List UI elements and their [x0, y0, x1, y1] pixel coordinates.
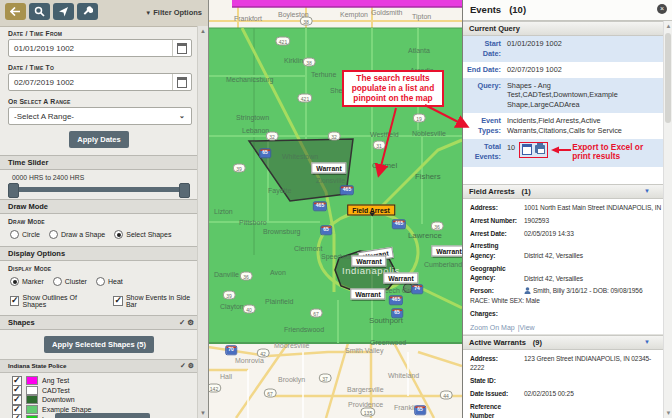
date-to-value: 02/07/2019 1002 [9, 78, 172, 87]
time-slider-header[interactable]: Time Slider [0, 155, 198, 170]
panel-scrollbar[interactable]: ▲ ▼ [663, 21, 672, 418]
radio-marker[interactable]: Marker [10, 277, 44, 286]
collapse-icon[interactable]: ▼ [644, 185, 650, 198]
checkbox-show-outlines-of-shapes[interactable]: Show Outlines Of Shapes [10, 294, 97, 308]
draw-mode-header[interactable]: Draw Mode [0, 199, 198, 214]
checkbox-label: Show Outlines Of Shapes [22, 294, 97, 308]
check-all-icon[interactable]: ✓ [179, 318, 185, 327]
sidebar-scrollbar[interactable]: ▲ ▼ [197, 26, 208, 418]
shape-color-swatch [26, 386, 38, 395]
route-shield: 36 [240, 272, 253, 281]
map-city-label: Clayton [220, 303, 244, 310]
scroll-down-icon[interactable]: ▼ [198, 410, 208, 416]
display-options-header[interactable]: Display Options [0, 246, 198, 261]
time-slider[interactable] [10, 187, 188, 192]
record-link[interactable]: Zoom On Map [470, 324, 515, 331]
scroll-down-icon[interactable]: ▼ [664, 410, 672, 416]
slider-handle-start[interactable] [8, 183, 19, 198]
chevron-down-icon: ⌄ [173, 108, 191, 124]
radio-button[interactable] [53, 277, 62, 286]
detail-field-row: Charges: [470, 307, 662, 320]
collapse-icon[interactable]: ▼ [644, 336, 650, 349]
route-shield: 36 [431, 222, 444, 231]
warrant-map-label[interactable]: Warrant [351, 256, 386, 267]
radio-heat[interactable]: Heat [96, 277, 123, 286]
apply-selected-shapes-button[interactable]: Apply Selected Shapes (5) [44, 336, 154, 353]
warrant-map-label[interactable]: Warrant [431, 246, 462, 257]
checkbox-show-events-in-side-bar[interactable]: Show Events in Side Bar [113, 294, 198, 308]
query-row: End Date:02/07/2019 1002 [463, 62, 664, 78]
shape-list-item[interactable]: CADTest [12, 386, 198, 396]
route-shield: 70 [225, 345, 237, 355]
map-city-label: Mechanicsburg [226, 76, 273, 83]
active-warrants-section-header[interactable]: Active Warrants(9) ▼ [463, 335, 664, 350]
radio-button[interactable] [114, 230, 123, 239]
radio-button[interactable] [10, 230, 19, 239]
route-shield: 465 [313, 201, 327, 211]
map-city-label: Whitestown [282, 153, 318, 160]
current-query-section-header[interactable]: Current Query [463, 21, 664, 36]
checkbox[interactable] [12, 414, 22, 418]
shape-group-header[interactable]: Indiana State Police ✓ ⚙ [0, 359, 198, 373]
check-all-icon[interactable]: ✓ [180, 362, 186, 369]
map-canvas[interactable]: FrankfortBoylestonKemptonGoldsmithTipton… [208, 0, 462, 418]
slider-handle-end[interactable] [179, 183, 190, 198]
checkbox[interactable] [10, 296, 19, 306]
route-shield: 142 [208, 384, 222, 393]
wrench-icon[interactable] [77, 3, 98, 20]
excel-export-icon[interactable] [522, 144, 532, 155]
field-value: 02/05/2019 14:33 [524, 230, 574, 237]
map-city-label: Mooresville [274, 342, 309, 349]
field-value: District 42, Versailles [524, 252, 583, 259]
radio-select-shapes[interactable]: Select Shapes [114, 230, 171, 239]
map-base-art [208, 0, 462, 418]
warrant-map-label[interactable]: Warrant [350, 289, 385, 300]
filter-options-toggle[interactable]: ▼Filter Options [145, 8, 202, 17]
map-city-label: Bargersville [347, 386, 384, 393]
radio-label: Circle [22, 231, 40, 238]
scroll-up-icon[interactable]: ▲ [198, 28, 208, 34]
radio-button[interactable] [49, 230, 58, 239]
search-icon[interactable] [29, 3, 50, 20]
gear-icon[interactable]: ⚙ [187, 318, 194, 327]
scroll-up-icon[interactable]: ▲ [664, 23, 672, 29]
radio-circle[interactable]: Circle [10, 230, 40, 239]
shapes-header[interactable]: Shapes ✓ ⚙ [0, 315, 198, 330]
warrant-map-label[interactable]: Warrant [311, 163, 346, 174]
field-arrest-map-label[interactable]: Field Arrest [347, 205, 395, 216]
radio-button[interactable] [10, 277, 19, 286]
calendar-icon[interactable] [172, 74, 191, 90]
sidebar-toolbar: ▼Filter Options [0, 0, 208, 27]
close-icon[interactable]: × [657, 4, 667, 14]
calendar-icon[interactable] [172, 40, 191, 56]
query-row-label: Start Date: [463, 39, 501, 59]
crime-mapping-app: FrankfortBoylestonKemptonGoldsmithTipton… [0, 0, 672, 418]
radio-button[interactable] [96, 277, 105, 286]
radio-cluster[interactable]: Cluster [53, 277, 87, 286]
location-arrow-icon[interactable] [53, 3, 74, 20]
range-label: Or Select A Range [8, 98, 198, 105]
warrant-map-label[interactable]: Warrant [383, 273, 418, 284]
partial-bottom-button[interactable] [55, 413, 150, 418]
shape-label: CADTest [42, 387, 70, 394]
active-warrant-record: Address:123 Green Street INDIANAPOLIS, I… [463, 350, 664, 418]
gear-icon[interactable]: ⚙ [188, 362, 194, 369]
checkbox[interactable] [113, 296, 122, 306]
shape-list-item[interactable]: Ang Test [12, 376, 198, 386]
scrollbar-thumb[interactable] [665, 33, 671, 123]
route-shield: 31 [373, 141, 386, 150]
apply-dates-button[interactable]: Apply Dates [69, 131, 128, 148]
shape-list-item[interactable]: Downtown [12, 395, 198, 405]
range-select[interactable]: -Select A Range- ⌄ [8, 107, 192, 125]
magenta-shape-strip [232, 0, 462, 7]
map-city-label: Carmel [372, 161, 397, 170]
date-to-input[interactable]: 02/07/2019 1002 [8, 73, 192, 91]
date-from-input[interactable]: 01/01/2019 1002 [8, 39, 192, 57]
radio-draw-a-shape[interactable]: Draw a Shape [49, 230, 105, 239]
field-arrests-section-header[interactable]: Field Arrests(1) ▼ [463, 184, 664, 199]
record-link[interactable]: |View [518, 324, 535, 331]
print-icon[interactable] [535, 145, 545, 153]
query-row: Start Date:01/01/2019 1002 [463, 36, 664, 62]
map-city-label: Lebanon [242, 127, 269, 134]
back-arrow-icon[interactable] [5, 3, 26, 20]
